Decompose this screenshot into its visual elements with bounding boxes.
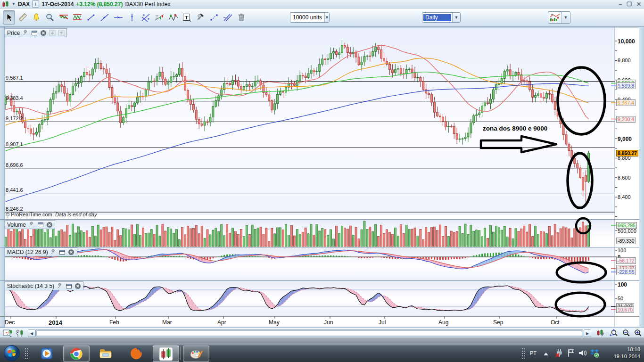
chart-statusbar: ◀ ▶	[0, 328, 644, 338]
taskbar-paint-icon[interactable]	[183, 346, 209, 362]
taskbar-wmp-icon[interactable]	[34, 346, 59, 361]
wrench-icon[interactable]	[56, 282, 63, 289]
forecast-lines-tool[interactable]	[153, 10, 165, 25]
taskbar-grip[interactable]	[25, 348, 28, 359]
time-axis-label: Feb	[109, 319, 119, 326]
price-level-label: 8,696.6	[6, 162, 23, 168]
macd-panel-header: MACD (12 26 9)	[5, 247, 77, 256]
close-panel-icon[interactable]	[68, 248, 75, 255]
tray-power-icon[interactable]	[554, 348, 564, 359]
wrench-icon[interactable]	[50, 248, 57, 255]
taskbar-explorer-icon[interactable]	[93, 346, 119, 361]
window-icon[interactable]	[59, 248, 66, 255]
change-label: +3.12% (8,850.27)	[76, 1, 123, 8]
tray-action-center-flag-icon[interactable]	[567, 348, 575, 359]
ma-value-badge: 9,200.4	[616, 116, 636, 123]
price-panel-canvas[interactable]	[5, 26, 615, 215]
clock-date: 19-10-2014	[614, 353, 640, 360]
macd-axis-label: 100	[618, 247, 626, 253]
taskbar-chrome-icon[interactable]	[63, 346, 90, 362]
timeframe-dropdown-arrow: ▼	[452, 13, 460, 22]
info-icon[interactable]: i	[32, 0, 39, 8]
restore-button[interactable]: ❐	[627, 1, 632, 8]
scroll-left-arrow[interactable]: ◀	[28, 329, 35, 337]
timeframe-dropdown[interactable]: Daily ▼	[422, 12, 461, 23]
volume-secondary-badge: -89.330	[616, 238, 636, 244]
zoom-in-button[interactable]	[632, 329, 644, 337]
macd-panel-title: MACD (12 26 9)	[7, 249, 48, 255]
units-dropdown[interactable]: 10000 units ▼	[290, 12, 330, 23]
tray-clock[interactable]: 18:18 19-10-2014	[614, 346, 640, 360]
start-button[interactable]	[3, 345, 21, 362]
last-price-badge: 8,850.27	[616, 150, 638, 156]
move-up-icon[interactable]	[58, 29, 65, 36]
volume-panel-canvas[interactable]	[5, 220, 615, 247]
wrench-icon[interactable]	[22, 29, 29, 36]
horizontal-line-tool[interactable]	[112, 10, 124, 25]
tray-grip[interactable]	[521, 348, 525, 359]
tray-expand-icon[interactable]	[543, 351, 549, 357]
time-axis-label: Mar	[162, 319, 172, 326]
move-down-icon[interactable]	[49, 29, 56, 36]
zoom-fit-button[interactable]	[608, 329, 619, 337]
instrument-dropdown-arrow[interactable]: ▼	[12, 2, 16, 6]
chart-settings-button[interactable]	[595, 329, 606, 337]
windows-taskbar: PT 18:18 19-10-2014	[0, 344, 644, 362]
parallel-lines-tool[interactable]	[222, 10, 234, 25]
zoom-out-button[interactable]	[620, 329, 632, 337]
delete-drawings-tool[interactable]	[235, 10, 248, 25]
chart-style-button[interactable]: ▼	[548, 11, 570, 24]
time-axis-label: Sep	[493, 319, 503, 326]
close-button[interactable]: ✕	[636, 1, 641, 8]
zigzag-candles-tool[interactable]	[167, 10, 179, 25]
price-panel-header: Price	[5, 28, 67, 37]
price-level-label: 8,907.1	[6, 141, 23, 147]
stoch-axis-label: 100	[618, 281, 627, 288]
macd-panel-canvas[interactable]	[5, 247, 615, 280]
time-scrollbar[interactable]	[35, 329, 583, 337]
chart-style-icon	[549, 13, 561, 22]
time-axis-strip	[5, 316, 615, 328]
taskbar-prorealtime-icon[interactable]	[153, 346, 179, 362]
time-axis-label: Jul	[379, 319, 386, 326]
vertical-line-tool[interactable]	[126, 10, 138, 25]
stoch-panel-canvas[interactable]	[5, 280, 615, 316]
wrench-icon[interactable]	[28, 221, 35, 228]
select-tool[interactable]	[3, 10, 15, 25]
desktop-strip	[0, 337, 644, 344]
close-panel-icon[interactable]	[40, 29, 47, 36]
window-icon[interactable]	[37, 221, 44, 228]
segment-tool[interactable]	[85, 10, 97, 25]
compare-instrument-button[interactable]	[15, 329, 26, 337]
export-chart-button[interactable]	[2, 329, 13, 337]
left-window-strip	[0, 26, 5, 328]
time-scrollbar-thumb[interactable]	[36, 330, 582, 336]
pattern-channel-tool[interactable]	[71, 10, 83, 25]
dotted-segment-tool[interactable]	[208, 10, 220, 25]
volume-value-badge: 665,295	[616, 222, 637, 229]
scroll-right-arrow[interactable]: ▶	[584, 329, 591, 337]
window-icon[interactable]	[31, 29, 38, 36]
trendline-tool[interactable]	[99, 10, 111, 25]
cross-lines-tool[interactable]	[140, 10, 152, 25]
pattern-triangle-tool[interactable]	[58, 10, 70, 25]
minimize-button[interactable]: −	[619, 1, 622, 8]
macd-value-badge: -56.172	[616, 257, 636, 264]
measure-ruler-tool[interactable]	[17, 10, 29, 25]
index-name-label: DAX30 Perf Index	[125, 1, 170, 8]
settings-tools-icon[interactable]	[194, 10, 206, 25]
window-titlebar: ▼ DAX i 17-Oct-2014 +3.12% (8,850.27) DA…	[0, 0, 644, 8]
text-tool[interactable]: T	[181, 10, 193, 25]
window-icon[interactable]	[65, 282, 72, 289]
alert-bell-tool[interactable]	[30, 10, 42, 25]
tray-language[interactable]: PT	[530, 350, 537, 356]
taskbar-firefox-icon[interactable]	[124, 346, 149, 361]
close-panel-icon[interactable]	[46, 221, 53, 228]
tray-volume-icon[interactable]	[578, 349, 587, 358]
close-panel-icon[interactable]	[74, 282, 81, 289]
time-axis-label: May	[269, 319, 280, 326]
zoom-lens-tool[interactable]	[44, 10, 56, 25]
tray-dropbox-icon[interactable]	[590, 348, 599, 359]
symbol-label: DAX	[18, 1, 30, 8]
price-level-label: 8,246.2	[6, 206, 23, 212]
